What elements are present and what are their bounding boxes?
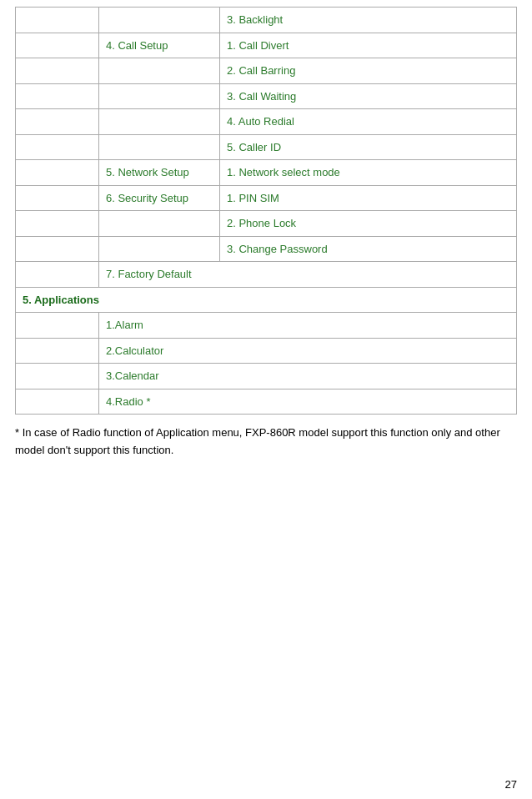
col3-call-divert: 1. Call Divert	[220, 33, 517, 58]
applications-header: 5. Applications	[16, 287, 517, 313]
col3-caller-id: 5. Caller ID	[220, 134, 517, 160]
col3-network-select: 1. Network select mode	[220, 160, 517, 186]
table-row: 5. Caller ID	[16, 134, 517, 160]
col3-phone-lock: 2. Phone Lock	[220, 211, 517, 237]
table-row: 2.Calculator	[16, 338, 517, 364]
col1-empty	[16, 338, 99, 364]
col1-empty	[16, 134, 99, 160]
col2-empty	[99, 236, 220, 262]
table-row: 1.Alarm	[16, 313, 517, 339]
table-row: 5. Network Setup 1. Network select mode	[16, 160, 517, 186]
app-calendar: 3.Calendar	[99, 364, 517, 389]
app-radio: 4.Radio *	[99, 389, 517, 415]
col1-empty	[16, 185, 99, 211]
col1-empty	[16, 109, 99, 135]
col2-call-setup: 4. Call Setup	[99, 33, 220, 58]
col1-empty	[16, 83, 99, 109]
table-row: 4. Auto Redial	[16, 109, 517, 135]
page-number: 27	[505, 778, 517, 791]
col2-factory-default: 7. Factory Default	[99, 262, 517, 288]
col1-empty	[16, 364, 99, 389]
table-row: 2. Call Barring	[16, 58, 517, 84]
col1-empty	[16, 262, 99, 288]
table-row: 3. Backlight	[16, 8, 517, 33]
col1-empty	[16, 33, 99, 58]
col2-empty	[99, 83, 220, 109]
col1-empty	[16, 58, 99, 84]
main-table: 3. Backlight 4. Call Setup 1. Call Diver…	[15, 7, 517, 415]
col2-empty	[99, 8, 220, 33]
col2-empty	[99, 109, 220, 135]
col1-empty	[16, 313, 99, 339]
col1-empty	[16, 8, 99, 33]
table-row: 4. Call Setup 1. Call Divert	[16, 33, 517, 58]
col2-security-setup: 6. Security Setup	[99, 185, 220, 211]
table-row: 3.Calendar	[16, 364, 517, 389]
table-row: 3. Call Waiting	[16, 83, 517, 109]
applications-header-row: 5. Applications	[16, 287, 517, 313]
table-row: 4.Radio *	[16, 389, 517, 415]
col1-empty	[16, 211, 99, 237]
col2-empty	[99, 134, 220, 160]
table-row: 2. Phone Lock	[16, 211, 517, 237]
app-calculator: 2.Calculator	[99, 338, 517, 364]
table-row: 3. Change Password	[16, 236, 517, 262]
col1-empty	[16, 236, 99, 262]
col2-empty	[99, 58, 220, 84]
col1-empty	[16, 160, 99, 186]
table-row: 6. Security Setup 1. PIN SIM	[16, 185, 517, 211]
col2-network-setup: 5. Network Setup	[99, 160, 220, 186]
col1-empty	[16, 389, 99, 415]
col3-call-waiting: 3. Call Waiting	[220, 83, 517, 109]
col3-change-password: 3. Change Password	[220, 236, 517, 262]
col3-call-barring: 2. Call Barring	[220, 58, 517, 84]
table-row: 7. Factory Default	[16, 262, 517, 288]
col3-auto-redial: 4. Auto Redial	[220, 109, 517, 135]
col2-empty	[99, 211, 220, 237]
col3-backlight: 3. Backlight	[220, 8, 517, 33]
footnote-text: * In case of Radio function of Applicati…	[15, 425, 517, 460]
app-alarm: 1.Alarm	[99, 313, 517, 339]
col3-pin-sim: 1. PIN SIM	[220, 185, 517, 211]
